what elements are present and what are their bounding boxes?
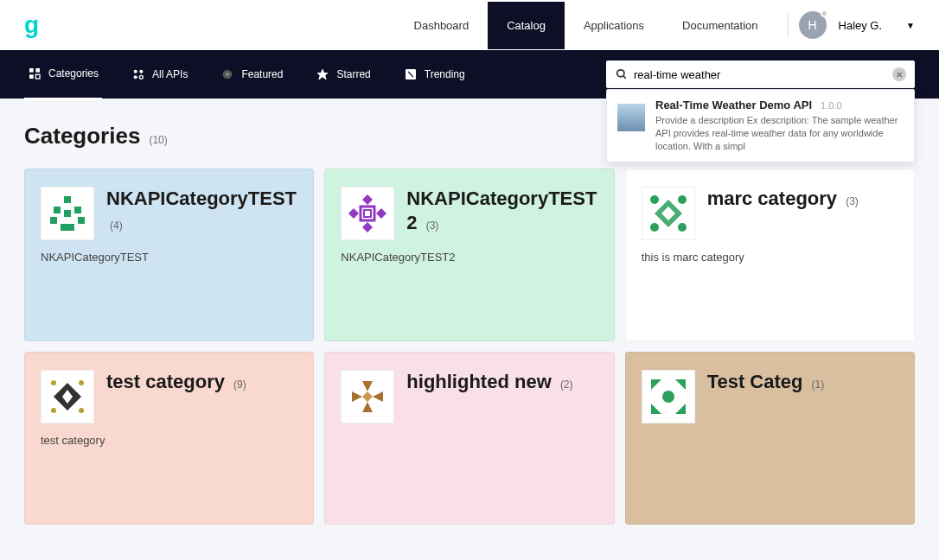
subnav-label: Starred — [336, 68, 370, 80]
svg-line-13 — [623, 76, 626, 79]
category-card[interactable]: NKAPICategoryTEST2 (3)NKAPICategoryTEST2 — [324, 169, 614, 341]
subnav-icon — [404, 67, 418, 81]
svg-point-4 — [134, 70, 137, 73]
svg-point-35 — [79, 380, 84, 385]
subnav-categories[interactable]: Categories — [24, 49, 102, 100]
subnav-label: Featured — [241, 68, 283, 80]
category-count: (9) — [233, 379, 246, 391]
subnav-label: Trending — [425, 68, 465, 80]
subnav-starred[interactable]: Starred — [312, 49, 374, 100]
subnav-featured[interactable]: Featured — [217, 49, 286, 100]
category-icon — [341, 370, 394, 423]
status-dot — [821, 10, 828, 17]
svg-rect-17 — [64, 210, 71, 217]
category-title: NKAPICategoryTEST (4) — [106, 187, 297, 234]
svg-marker-44 — [362, 391, 373, 402]
svg-rect-1 — [35, 68, 40, 73]
svg-point-5 — [139, 70, 143, 73]
search-icon — [615, 67, 629, 81]
search-input[interactable] — [629, 68, 892, 81]
suggestion-desc: Provide a description Ex description: Th… — [655, 114, 904, 153]
suggestion-thumb — [617, 104, 645, 131]
category-card[interactable]: marc category (3)this is marc category — [625, 169, 915, 341]
page-body: Categories (10) NKAPICategoryTEST (4)NKA… — [0, 99, 939, 549]
avatar[interactable]: H — [799, 11, 827, 39]
category-title: NKAPICategoryTEST2 (3) — [406, 187, 597, 234]
svg-point-12 — [617, 70, 624, 77]
category-icon — [341, 187, 394, 240]
divider — [788, 13, 789, 37]
search-box[interactable]: ✕ — [606, 60, 915, 88]
category-count: (2) — [560, 379, 573, 391]
subnav-icon — [220, 67, 234, 81]
svg-rect-26 — [361, 207, 374, 220]
category-title: Test Categ (1) — [707, 370, 825, 394]
category-desc: NKAPICategoryTEST — [41, 251, 297, 264]
avatar-initial: H — [808, 18, 816, 32]
category-title: marc category (3) — [707, 187, 859, 211]
svg-rect-16 — [74, 207, 81, 213]
svg-marker-45 — [651, 379, 661, 390]
svg-marker-24 — [348, 208, 359, 219]
logo[interactable]: g — [24, 11, 39, 39]
svg-marker-23 — [362, 222, 373, 232]
page-title: Categories — [24, 123, 140, 150]
svg-marker-43 — [352, 391, 362, 402]
page-count: (10) — [149, 134, 167, 146]
subnav-icon — [28, 67, 42, 80]
category-card[interactable]: NKAPICategoryTEST (4)NKAPICategoryTEST — [24, 169, 314, 341]
category-icon — [642, 187, 695, 240]
category-desc: test category — [41, 434, 297, 447]
top-header: g DashboardCatalogApplicationsDocumentat… — [0, 0, 939, 50]
svg-point-28 — [650, 195, 659, 204]
category-title: highlighted new (2) — [406, 370, 572, 394]
svg-marker-10 — [317, 68, 329, 80]
subnav-trending[interactable]: Trending — [400, 49, 469, 100]
top-nav: DashboardCatalogApplicationsDocumentatio… — [395, 2, 915, 49]
subnav-icon — [131, 67, 145, 81]
clear-icon[interactable]: ✕ — [892, 67, 906, 81]
user-menu-caret[interactable]: ▼ — [906, 21, 915, 30]
category-icon — [41, 370, 94, 423]
svg-rect-0 — [29, 68, 34, 73]
svg-point-37 — [79, 408, 84, 413]
svg-rect-3 — [35, 74, 40, 79]
category-grid: NKAPICategoryTEST (4)NKAPICategoryTESTNK… — [24, 169, 915, 525]
svg-rect-14 — [64, 196, 71, 203]
svg-point-7 — [139, 75, 143, 79]
category-count: (3) — [846, 195, 859, 207]
subnav-label: Categories — [48, 67, 99, 80]
svg-marker-47 — [675, 404, 686, 414]
svg-point-6 — [134, 75, 137, 79]
svg-marker-40 — [362, 381, 373, 391]
svg-marker-41 — [373, 391, 383, 402]
svg-rect-21 — [67, 224, 74, 231]
svg-rect-27 — [364, 210, 371, 217]
svg-rect-19 — [78, 217, 85, 224]
category-desc: NKAPICategoryTEST2 — [341, 251, 597, 264]
search-suggestion[interactable]: Real-Time Weather Demo API 1.0.0 Provide… — [606, 89, 915, 162]
svg-point-29 — [678, 195, 687, 204]
category-icon — [41, 187, 94, 240]
category-count: (4) — [110, 220, 123, 232]
category-card[interactable]: test category (9)test category — [24, 352, 314, 525]
category-icon — [642, 370, 695, 423]
nav-catalog[interactable]: Catalog — [488, 2, 565, 49]
nav-applications[interactable]: Applications — [565, 2, 663, 49]
category-count: (3) — [426, 220, 439, 232]
svg-marker-42 — [362, 402, 373, 412]
category-card[interactable]: highlighted new (2) — [324, 352, 614, 525]
svg-rect-2 — [29, 74, 34, 79]
svg-point-49 — [662, 391, 674, 403]
category-card[interactable]: Test Categ (1) — [625, 352, 915, 525]
svg-point-31 — [678, 223, 687, 232]
category-desc: this is marc category — [642, 251, 898, 264]
user-name[interactable]: Haley G. — [839, 19, 883, 32]
svg-marker-22 — [362, 194, 373, 205]
nav-dashboard[interactable]: Dashboard — [395, 2, 489, 49]
svg-point-36 — [51, 408, 56, 413]
svg-point-34 — [51, 380, 56, 385]
nav-documentation[interactable]: Documentation — [663, 2, 776, 49]
subnav-all-apis[interactable]: All APIs — [128, 49, 191, 100]
svg-marker-25 — [376, 208, 386, 219]
